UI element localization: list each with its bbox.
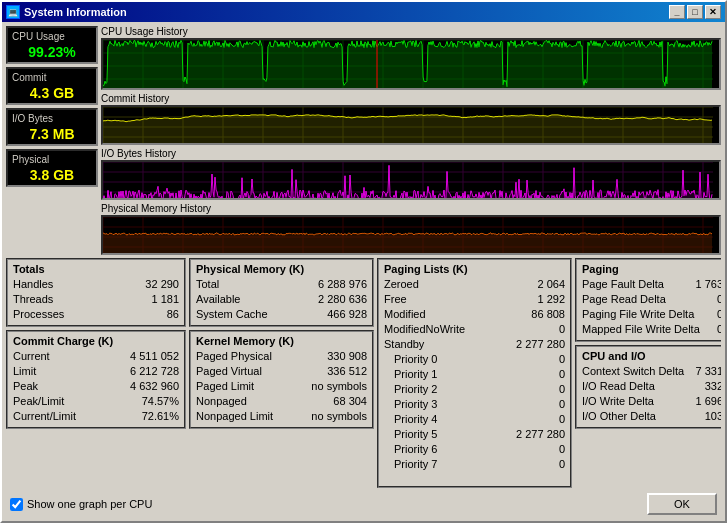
cc-current-label: Current bbox=[13, 349, 50, 364]
close-button[interactable]: ✕ bbox=[705, 5, 721, 19]
pl-priority7-label: Priority 7 bbox=[394, 457, 437, 472]
pm-total-row: Total 6 288 976 bbox=[196, 277, 367, 292]
km-paged-limit-label: Paged Limit bbox=[196, 379, 254, 394]
pm-total-value: 6 288 976 bbox=[318, 277, 367, 292]
commit-history-section: Commit History bbox=[101, 93, 721, 145]
km-nonpaged-limit-label: Nonpaged Limit bbox=[196, 409, 273, 424]
handles-label: Handles bbox=[13, 277, 53, 292]
pl-modified-row: Modified 86 808 bbox=[384, 307, 565, 322]
io-write-value: 1 696 bbox=[695, 394, 721, 409]
pl-priority4-row: Priority 4 0 bbox=[384, 412, 565, 427]
cc-limit-row: Limit 6 212 728 bbox=[13, 364, 179, 379]
top-section: CPU Usage 99.23% Commit 4.3 GB I/O Bytes… bbox=[6, 26, 721, 255]
km-paged-physical-label: Paged Physical bbox=[196, 349, 272, 364]
km-paged-physical-row: Paged Physical 330 908 bbox=[196, 349, 367, 364]
paging-mapped-write-row: Mapped File Write Delta 0 bbox=[582, 322, 721, 337]
pm-total-label: Total bbox=[196, 277, 219, 292]
io-write-row: I/O Write Delta 1 696 bbox=[582, 394, 721, 409]
physical-gauge-label: Physical bbox=[12, 153, 49, 167]
pl-standby-row: Standby 2 277 280 bbox=[384, 337, 565, 352]
window-title: System Information bbox=[24, 6, 127, 18]
physical-history-chart bbox=[101, 215, 721, 255]
paging-mapped-write-value: 0 bbox=[717, 322, 721, 337]
pl-free-row: Free 1 292 bbox=[384, 292, 565, 307]
gauges-column: CPU Usage 99.23% Commit 4.3 GB I/O Bytes… bbox=[6, 26, 98, 255]
bottom-section: Totals Handles 32 290 Threads 1 181 Proc… bbox=[6, 258, 721, 488]
io-read-value: 332 bbox=[705, 379, 721, 394]
totals-title: Totals bbox=[13, 263, 179, 275]
pl-priority4-value: 0 bbox=[559, 412, 565, 427]
processes-row: Processes 86 bbox=[13, 307, 179, 322]
io-gauge: I/O Bytes 7.3 MB bbox=[6, 108, 98, 146]
ok-button[interactable]: OK bbox=[647, 493, 717, 515]
minimize-button[interactable]: _ bbox=[669, 5, 685, 19]
handles-value: 32 290 bbox=[145, 277, 179, 292]
pl-priority1-row: Priority 1 0 bbox=[384, 367, 565, 382]
pl-modified-value: 86 808 bbox=[531, 307, 565, 322]
cc-current-row: Current 4 511 052 bbox=[13, 349, 179, 364]
commit-gauge: Commit 4.3 GB bbox=[6, 67, 98, 105]
km-paged-limit-value: no symbols bbox=[311, 379, 367, 394]
pm-available-label: Available bbox=[196, 292, 240, 307]
cpu-history-section: CPU Usage History bbox=[101, 26, 721, 90]
cc-peak-value: 4 632 960 bbox=[130, 379, 179, 394]
commit-history-chart bbox=[101, 105, 721, 145]
cc-limit-value: 6 212 728 bbox=[130, 364, 179, 379]
title-bar-left: 💻 System Information bbox=[6, 5, 127, 19]
km-paged-virtual-value: 336 512 bbox=[327, 364, 367, 379]
io-other-label: I/O Other Delta bbox=[582, 409, 656, 424]
io-read-label: I/O Read Delta bbox=[582, 379, 655, 394]
commit-gauge-label: Commit bbox=[12, 71, 46, 85]
pm-cache-value: 466 928 bbox=[327, 307, 367, 322]
cpu-io-group: CPU and I/O Context Switch Delta 7 331 I… bbox=[575, 345, 721, 429]
threads-value: 1 181 bbox=[151, 292, 179, 307]
show-graph-label[interactable]: Show one graph per CPU bbox=[10, 498, 152, 511]
physical-memory-group: Physical Memory (K) Total 6 288 976 Avai… bbox=[189, 258, 374, 327]
km-nonpaged-label: Nonpaged bbox=[196, 394, 247, 409]
io-gauge-label: I/O Bytes bbox=[12, 112, 53, 126]
paging-read-row: Page Read Delta 0 bbox=[582, 292, 721, 307]
cc-current-limit-value: 72.61% bbox=[142, 409, 179, 424]
pl-priority4-label: Priority 4 bbox=[394, 412, 437, 427]
paging-file-write-label: Paging File Write Delta bbox=[582, 307, 694, 322]
column-4: Paging Page Fault Delta 1 763 Page Read … bbox=[575, 258, 721, 488]
cc-peak-limit-row: Peak/Limit 74.57% bbox=[13, 394, 179, 409]
title-bar: 💻 System Information _ □ ✕ bbox=[2, 2, 725, 22]
handles-row: Handles 32 290 bbox=[13, 277, 179, 292]
column-3: Paging Lists (K) Zeroed 2 064 Free 1 292… bbox=[377, 258, 572, 488]
pl-priority2-label: Priority 2 bbox=[394, 382, 437, 397]
window-icon: 💻 bbox=[6, 5, 20, 19]
kernel-memory-title: Kernel Memory (K) bbox=[196, 335, 367, 347]
context-switch-label: Context Switch Delta bbox=[582, 364, 684, 379]
pl-priority2-row: Priority 2 0 bbox=[384, 382, 565, 397]
pm-cache-row: System Cache 466 928 bbox=[196, 307, 367, 322]
paging-fault-row: Page Fault Delta 1 763 bbox=[582, 277, 721, 292]
physical-history-section: Physical Memory History bbox=[101, 203, 721, 255]
paging-file-write-value: 0 bbox=[717, 307, 721, 322]
cc-current-value: 4 511 052 bbox=[130, 349, 179, 364]
pl-priority0-value: 0 bbox=[559, 352, 565, 367]
pl-modified-label: Modified bbox=[384, 307, 426, 322]
km-paged-limit-row: Paged Limit no symbols bbox=[196, 379, 367, 394]
commit-charge-title: Commit Charge (K) bbox=[13, 335, 179, 347]
pm-available-value: 2 280 636 bbox=[318, 292, 367, 307]
pl-priority5-label: Priority 5 bbox=[394, 427, 437, 442]
cc-current-limit-label: Current/Limit bbox=[13, 409, 76, 424]
show-graph-checkbox[interactable] bbox=[10, 498, 23, 511]
show-graph-text: Show one graph per CPU bbox=[27, 498, 152, 510]
pl-priority6-label: Priority 6 bbox=[394, 442, 437, 457]
pl-zeroed-value: 2 064 bbox=[537, 277, 565, 292]
commit-gauge-value: 4.3 GB bbox=[12, 85, 92, 101]
km-nonpaged-value: 68 304 bbox=[333, 394, 367, 409]
footer-section: Show one graph per CPU OK bbox=[6, 491, 721, 517]
cpu-io-title: CPU and I/O bbox=[582, 350, 721, 362]
pl-free-label: Free bbox=[384, 292, 407, 307]
pl-priority0-label: Priority 0 bbox=[394, 352, 437, 367]
km-paged-virtual-label: Paged Virtual bbox=[196, 364, 262, 379]
maximize-button[interactable]: □ bbox=[687, 5, 703, 19]
pl-priority0-row: Priority 0 0 bbox=[384, 352, 565, 367]
paging-group: Paging Page Fault Delta 1 763 Page Read … bbox=[575, 258, 721, 342]
cc-peak-limit-label: Peak/Limit bbox=[13, 394, 64, 409]
totals-group: Totals Handles 32 290 Threads 1 181 Proc… bbox=[6, 258, 186, 327]
pl-standby-value: 2 277 280 bbox=[516, 337, 565, 352]
